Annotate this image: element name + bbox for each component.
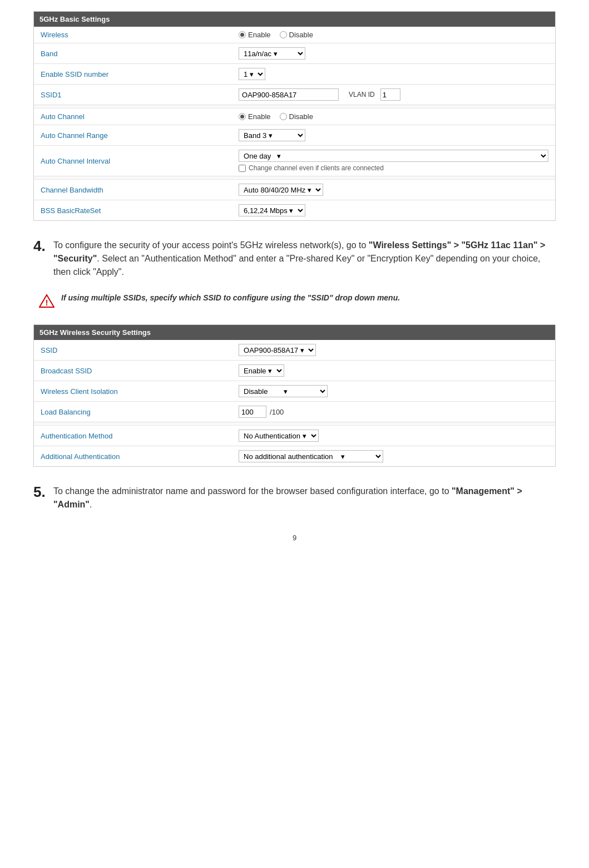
auto-channel-label: Auto Channel — [34, 108, 232, 125]
security-settings-panel: 5GHz Wireless Security Settings SSID OAP… — [33, 324, 556, 467]
security-ssid-row: SSID OAP900-858A17 ▾ — [34, 340, 555, 361]
wireless-radio-group: Enable Disable — [239, 31, 548, 39]
warning-box: ! If using multiple SSIDs, specify which… — [33, 292, 556, 312]
security-ssid-select[interactable]: OAP900-858A17 ▾ — [239, 344, 316, 356]
auto-channel-enable-radio[interactable]: Enable — [239, 112, 270, 121]
step-4: 4. To configure the security of your acc… — [33, 238, 556, 279]
auto-channel-disable-radio[interactable]: Disable — [280, 112, 313, 121]
wireless-disable-label: Disable — [289, 31, 313, 39]
bss-basic-rate-label: BSS BasicRateSet — [34, 200, 232, 221]
wireless-client-isolation-row: Wireless Client Isolation Disable ▾ — [34, 381, 555, 402]
broadcast-ssid-select[interactable]: Enable ▾ — [239, 364, 284, 377]
channel-bandwidth-label: Channel Bandwidth — [34, 180, 232, 200]
change-channel-checkbox[interactable] — [239, 165, 246, 172]
basic-settings-table: Wireless Enable Disable — [34, 27, 555, 220]
change-channel-text: Change channel even if clients are conne… — [249, 164, 384, 172]
step5-text2: . — [90, 500, 92, 509]
additional-auth-row: Additional Authentication No additional … — [34, 446, 555, 467]
wireless-disable-radio[interactable]: Disable — [280, 31, 313, 39]
change-channel-checkbox-label[interactable]: Change channel even if clients are conne… — [239, 164, 548, 172]
vlan-id-input[interactable] — [380, 88, 400, 101]
auto-channel-enable-label: Enable — [248, 112, 270, 121]
auto-channel-row: Auto Channel Enable Disable — [34, 108, 555, 125]
band-label: Band — [34, 43, 232, 64]
wireless-client-isolation-select[interactable]: Disable ▾ — [239, 385, 328, 397]
auth-method-select[interactable]: No Authentication ▾ — [239, 430, 319, 442]
basic-settings-panel: 5GHz Basic Settings Wireless Enable Disa… — [33, 11, 556, 221]
step-5-number: 5. — [33, 484, 53, 501]
svg-text:!: ! — [46, 298, 48, 307]
security-settings-header: 5GHz Wireless Security Settings — [34, 325, 555, 340]
security-ssid-label: SSID — [34, 340, 232, 361]
wireless-label: Wireless — [34, 27, 232, 43]
step5-text-plain: To change the administrator name and pas… — [53, 486, 452, 496]
bss-basic-rate-select[interactable]: 6,12,24 Mbps ▾ — [239, 204, 305, 216]
page-number: 9 — [33, 534, 556, 542]
step-4-text: To configure the security of your access… — [53, 238, 556, 279]
wireless-enable-radio[interactable]: Enable — [239, 31, 270, 39]
step4-text2: . Select an "Authentication Method" and … — [53, 254, 541, 277]
additional-auth-select[interactable]: No additional authentication ▾ — [239, 450, 383, 462]
auto-channel-interval-row: Auto Channel Interval One day ▾ Change c… — [34, 146, 555, 176]
load-balancing-row: Load Balancing /100 — [34, 402, 555, 422]
auto-channel-radio-group: Enable Disable — [239, 112, 548, 121]
load-balancing-label: Load Balancing — [34, 402, 232, 422]
broadcast-ssid-label: Broadcast SSID — [34, 361, 232, 381]
auto-channel-range-label: Auto Channel Range — [34, 125, 232, 146]
basic-settings-header: 5GHz Basic Settings — [34, 12, 555, 27]
wireless-disable-dot — [280, 31, 287, 38]
enable-ssid-label: Enable SSID number — [34, 64, 232, 85]
step-5-text: To change the administrator name and pas… — [53, 484, 556, 511]
band-select[interactable]: 11a/n/ac ▾ — [239, 47, 305, 60]
auth-method-label: Authentication Method — [34, 426, 232, 446]
auto-channel-interval-select[interactable]: One day ▾ — [239, 150, 548, 162]
warning-text: If using multiple SSIDs, specify which S… — [61, 292, 400, 304]
auto-channel-interval-label: Auto Channel Interval — [34, 146, 232, 176]
wireless-row: Wireless Enable Disable — [34, 27, 555, 43]
load-balance-input[interactable] — [239, 406, 266, 418]
ssid-number-select[interactable]: 1 ▾ — [239, 68, 265, 80]
vlan-id-label: VLAN ID — [349, 91, 375, 98]
auth-method-row: Authentication Method No Authentication … — [34, 426, 555, 446]
load-balance-max: /100 — [270, 408, 284, 416]
ssid1-value-row: VLAN ID — [239, 88, 548, 101]
warning-triangle-icon: ! — [39, 293, 55, 309]
enable-ssid-row: Enable SSID number 1 ▾ — [34, 64, 555, 85]
auto-channel-enable-dot — [239, 113, 246, 120]
band-row: Band 11a/n/ac ▾ — [34, 43, 555, 64]
wireless-enable-dot — [239, 31, 246, 38]
bss-basic-rate-row: BSS BasicRateSet 6,12,24 Mbps ▾ — [34, 200, 555, 221]
auto-channel-range-select[interactable]: Band 3 ▾ — [239, 129, 305, 141]
ssid1-row: SSID1 VLAN ID — [34, 85, 555, 105]
channel-bandwidth-row: Channel Bandwidth Auto 80/40/20 MHz ▾ — [34, 180, 555, 200]
load-balance-value-row: /100 — [239, 406, 548, 418]
auto-channel-range-row: Auto Channel Range Band 3 ▾ — [34, 125, 555, 146]
additional-auth-label: Additional Authentication — [34, 446, 232, 467]
channel-bandwidth-select[interactable]: Auto 80/40/20 MHz ▾ — [239, 184, 323, 196]
step-5: 5. To change the administrator name and … — [33, 484, 556, 511]
warning-icon: ! — [39, 293, 55, 312]
ssid1-label: SSID1 — [34, 85, 232, 105]
broadcast-ssid-row: Broadcast SSID Enable ▾ — [34, 361, 555, 381]
auto-channel-disable-dot — [280, 113, 287, 120]
page-number-value: 9 — [293, 534, 296, 542]
wireless-client-isolation-label: Wireless Client Isolation — [34, 381, 232, 402]
security-settings-table: SSID OAP900-858A17 ▾ Broadcast SSID Enab… — [34, 340, 555, 466]
auto-channel-disable-label: Disable — [289, 112, 313, 121]
wireless-enable-label: Enable — [248, 31, 270, 39]
ssid1-input[interactable] — [239, 88, 339, 101]
warning-message: If using multiple SSIDs, specify which S… — [61, 293, 400, 302]
step4-text-plain: To configure the security of your access… — [53, 240, 369, 250]
step-4-number: 4. — [33, 238, 53, 255]
